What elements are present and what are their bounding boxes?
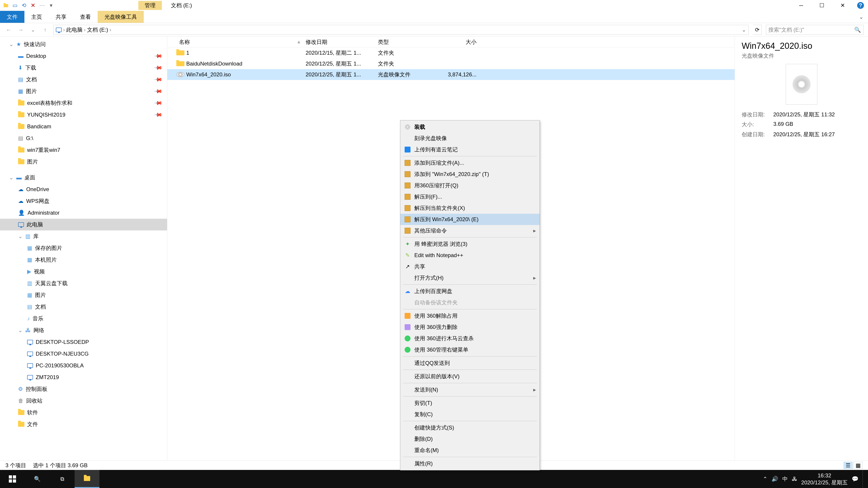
qat-dropdown-icon[interactable]: ▾ [48, 2, 55, 9]
recent-dropdown[interactable]: ⌄ [29, 27, 37, 33]
tree-bandicam[interactable]: Bandicam [0, 121, 167, 132]
tree-onedrive[interactable]: ☁OneDrive [0, 184, 167, 195]
tree-net4[interactable]: ZMT2019 [0, 371, 167, 383]
context-menu-item[interactable]: 删除(D) [400, 433, 539, 445]
tree-filefolder[interactable]: 文件 [0, 418, 167, 430]
quick-access-node[interactable]: ⌄★快速访问 [0, 38, 167, 50]
tree-downloads[interactable]: ⬇下载📌 [0, 62, 167, 74]
up-button[interactable]: ↑ [41, 27, 49, 33]
context-menu-item[interactable]: 添加到压缩文件(A)... [400, 157, 539, 168]
task-view-button[interactable]: ⧉ [50, 470, 74, 488]
search-input[interactable]: 搜索"文档 (E:)" 🔍 [766, 25, 864, 35]
action-center-icon[interactable]: 💬 [852, 476, 859, 482]
col-name[interactable]: 名称 ▴ [176, 38, 303, 46]
context-menu-item[interactable]: 使用 360解除占用 [400, 310, 539, 322]
tree-desktop[interactable]: ▬Desktop📌 [0, 50, 167, 62]
volume-icon[interactable]: 🔊 [772, 476, 778, 482]
back-button[interactable]: ← [4, 27, 13, 33]
tree-net1[interactable]: DESKTOP-LSSOEDP [0, 336, 167, 348]
tree-thispc[interactable]: 此电脑 [0, 219, 167, 230]
crumb-thispc[interactable]: 此电脑 [66, 26, 83, 33]
breadcrumb[interactable]: › 此电脑 › 文档 (E:) › ⌄ [53, 25, 749, 35]
tree-pictures[interactable]: ▦图片📌 [0, 86, 167, 97]
crumb-drive[interactable]: 文档 (E:) [87, 26, 108, 33]
file-tab[interactable]: 文件 [0, 11, 24, 23]
show-desktop-button[interactable] [863, 470, 866, 488]
context-menu-item[interactable]: ✦用 蜂蜜浏览器 浏览(3) [400, 238, 539, 250]
context-menu-item[interactable]: 其他压缩命令▸ [400, 225, 539, 236]
details-view-button[interactable]: ☰ [844, 462, 852, 469]
tree-pictures2[interactable]: 图片 [0, 156, 167, 168]
context-menu-item[interactable]: 刻录光盘映像 [400, 133, 539, 144]
context-menu-item[interactable]: 解压到(F)... [400, 191, 539, 202]
tree-net3[interactable]: PC-20190530OBLA [0, 360, 167, 371]
chevron-down-icon[interactable]: ⌄ [9, 174, 13, 181]
col-date[interactable]: 修改日期 [303, 38, 375, 46]
delete-icon[interactable]: ✕ [29, 2, 37, 9]
home-tab[interactable]: 主页 [24, 11, 49, 23]
context-menu-item[interactable]: ✎Edit with Notepad++ [400, 250, 539, 261]
context-menu-item[interactable]: 打开方式(H)▸ [400, 272, 539, 284]
tree-gdrive[interactable]: ▤G:\ [0, 132, 167, 144]
explorer-taskbar-button[interactable] [74, 470, 99, 488]
tree-yunqishi[interactable]: YUNQISHI2019📌 [0, 109, 167, 121]
refresh-button[interactable]: ⟳ [753, 25, 762, 35]
file-row[interactable]: BaiduNetdiskDownload 2020/12/25, 星期五 1..… [167, 58, 735, 69]
file-row-selected[interactable]: Win7x64_2020.iso 2020/12/25, 星期五 1... 光盘… [167, 69, 735, 80]
context-menu-item[interactable]: 剪切(T) [400, 397, 539, 409]
help-button[interactable]: ? [857, 2, 864, 9]
tree-ctrlpanel[interactable]: ⚙控制面板 [0, 383, 167, 395]
tree-lib-music[interactable]: ♪音乐 [0, 313, 167, 324]
share-tab[interactable]: 共享 [49, 11, 73, 23]
context-menu-item[interactable]: 还原以前的版本(V) [400, 371, 539, 382]
col-type[interactable]: 类型 [375, 38, 434, 46]
tree-lib-docs[interactable]: ▤文档 [0, 301, 167, 313]
tree-recycle[interactable]: 🗑回收站 [0, 395, 167, 407]
context-menu-item[interactable]: 解压到当前文件夹(X) [400, 202, 539, 214]
tray-up-icon[interactable]: ⌃ [763, 476, 767, 482]
tree-wps[interactable]: ☁WPS网盘 [0, 195, 167, 207]
search-icon[interactable]: 🔍 [854, 27, 861, 33]
file-row[interactable]: 1 2020/12/15, 星期二 1... 文件夹 [167, 47, 735, 58]
context-menu-item[interactable]: 用360压缩打开(Q) [400, 180, 539, 191]
tree-videos[interactable]: ▶视频 [0, 266, 167, 278]
disc-image-tools-tab[interactable]: 光盘映像工具 [98, 11, 144, 23]
context-menu-item[interactable]: 使用 360进行木马云查杀 [400, 333, 539, 344]
undo-icon[interactable]: ⟲ [20, 2, 28, 9]
tree-localpics[interactable]: ▦本机照片 [0, 254, 167, 266]
chevron-down-icon[interactable]: ⌄ [18, 233, 23, 239]
chevron-right-icon[interactable]: › [63, 27, 65, 33]
col-size[interactable]: 大小 [434, 38, 479, 46]
manage-context-tab[interactable]: 管理 [138, 1, 162, 10]
context-menu-item[interactable]: 装载 [400, 121, 539, 133]
context-menu-item[interactable]: 创建快捷方式(S) [400, 422, 539, 433]
breadcrumb-dropdown-icon[interactable]: ⌄ [742, 27, 746, 33]
start-button[interactable] [0, 470, 25, 488]
context-menu-item[interactable]: 使用 360管理右键菜单 [400, 344, 539, 355]
chevron-right-icon[interactable]: › [110, 27, 111, 33]
context-menu-item[interactable]: 解压到 Win7x64_2020\ (E) [400, 214, 539, 225]
context-menu-item[interactable]: 发送到(N)▸ [400, 384, 539, 395]
tree-win7reinstall[interactable]: win7重装win7 [0, 144, 167, 156]
ime-indicator[interactable]: 中 [782, 475, 788, 483]
context-menu-item[interactable]: 使用 360强力删除 [400, 322, 539, 333]
chevron-down-icon[interactable]: ⌄ [18, 327, 23, 333]
context-menu-item[interactable]: 添加到 "Win7x64_2020.zip" (T) [400, 168, 539, 180]
tree-software[interactable]: 软件 [0, 407, 167, 418]
tree-tianyi[interactable]: ▥天翼云盘下载 [0, 278, 167, 289]
chevron-right-icon[interactable]: › [84, 27, 86, 33]
chevron-down-icon[interactable]: ⌄ [9, 41, 13, 47]
tree-savedpics[interactable]: ▦保存的图片 [0, 242, 167, 254]
context-menu-item[interactable]: 属性(R) [400, 458, 539, 469]
desktop-root-node[interactable]: ⌄▬桌面 [0, 172, 167, 184]
search-button[interactable]: 🔍 [25, 470, 50, 488]
properties-icon[interactable]: ⋯ [38, 2, 46, 9]
tree-admin[interactable]: 👤Administrator [0, 207, 167, 219]
icons-view-button[interactable]: ▦ [854, 462, 863, 469]
tree-libraries[interactable]: ⌄▥库 [0, 230, 167, 242]
network-icon[interactable]: 🖧 [792, 476, 797, 482]
context-menu-item[interactable]: 通过QQ发送到 [400, 357, 539, 369]
context-menu-item[interactable]: 复制(C) [400, 409, 539, 420]
context-menu-item[interactable]: 重命名(M) [400, 445, 539, 456]
context-menu-item[interactable]: ↗共享 [400, 261, 539, 272]
